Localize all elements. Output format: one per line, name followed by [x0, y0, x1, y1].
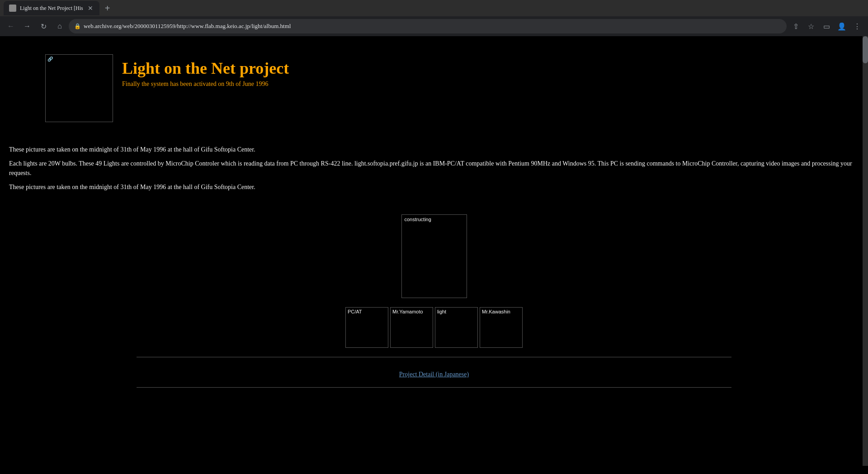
- bookmark-button[interactable]: ☆: [804, 19, 818, 33]
- description-paragraph-2: Each lights are 20W bulbs. These 49 Ligh…: [9, 159, 859, 178]
- footer-link[interactable]: Project Detail (in Japanese): [399, 371, 469, 378]
- thumbnail-2[interactable]: light: [435, 307, 478, 348]
- thumbnail-alt-1: Mr.Yamamoto: [392, 309, 423, 314]
- share-button[interactable]: ⇧: [788, 19, 803, 33]
- thumbnail-row: PC/AT Mr.Yamamoto light Mr.Kawashin: [9, 307, 859, 348]
- page-main-title: Light on the Net project: [122, 59, 289, 78]
- description-section: These pictures are taken on the midnight…: [9, 140, 859, 205]
- thumbnail-1[interactable]: Mr.Yamamoto: [390, 307, 433, 348]
- menu-button[interactable]: ⋮: [850, 19, 864, 33]
- address-bar[interactable]: 🔒 web.archive.org/web/20000301125959/htt…: [69, 19, 787, 33]
- footer-link-section: Project Detail (in Japanese): [9, 366, 859, 383]
- main-image-alt: constructing: [405, 217, 431, 222]
- footer-divider-bottom: [137, 387, 731, 388]
- thumbnail-0[interactable]: PC/AT: [345, 307, 388, 348]
- lock-icon: 🔒: [74, 23, 81, 30]
- browser-viewport: 🔗 Light on the Net project Finally the s…: [0, 36, 868, 466]
- reload-button[interactable]: ↻: [36, 19, 51, 33]
- header-text: Light on the Net project Finally the sys…: [113, 54, 289, 88]
- thumbnail-alt-2: light: [437, 309, 446, 314]
- header-section: 🔗 Light on the Net project Finally the s…: [9, 45, 859, 140]
- scrollbar[interactable]: [863, 36, 868, 466]
- broken-image-icon: 🔗: [47, 57, 53, 62]
- tab-title: Light on the Net Project [His: [20, 5, 83, 12]
- active-tab[interactable]: Light on the Net Project [His ✕: [4, 1, 99, 15]
- footer-divider-top: [137, 357, 731, 357]
- tab-favicon: [9, 5, 16, 12]
- thumbnail-3[interactable]: Mr.Kawashin: [480, 307, 523, 348]
- description-paragraph-3: These pictures are taken on the midnight…: [9, 182, 859, 192]
- main-image-section: constructing: [9, 214, 859, 298]
- back-button[interactable]: ←: [4, 19, 18, 33]
- home-button[interactable]: ⌂: [52, 19, 67, 33]
- new-tab-button[interactable]: +: [101, 3, 114, 14]
- page-content: 🔗 Light on the Net project Finally the s…: [0, 36, 868, 466]
- address-text: web.archive.org/web/20000301125959/http:…: [84, 23, 291, 30]
- tab-bar: Light on the Net Project [His ✕ +: [0, 0, 868, 16]
- main-image-box: constructing: [401, 214, 467, 298]
- header-image: 🔗: [45, 54, 113, 122]
- profile-button[interactable]: 👤: [835, 19, 849, 33]
- browser-toolbar: ← → ↻ ⌂ 🔒 web.archive.org/web/2000030112…: [0, 16, 868, 36]
- cast-button[interactable]: ▭: [819, 19, 834, 33]
- browser-chrome: Light on the Net Project [His ✕ + ← → ↻ …: [0, 0, 868, 36]
- tab-close-button[interactable]: ✕: [87, 5, 94, 12]
- forward-button[interactable]: →: [20, 19, 34, 33]
- scrollbar-thumb[interactable]: [863, 36, 868, 63]
- toolbar-actions: ⇧ ☆ ▭ 👤 ⋮: [788, 19, 864, 33]
- thumbnail-alt-3: Mr.Kawashin: [482, 309, 510, 314]
- page-subtitle: Finally the system has been activated on…: [122, 81, 289, 88]
- thumbnail-alt-0: PC/AT: [348, 309, 362, 314]
- description-paragraph-1: These pictures are taken on the midnight…: [9, 145, 859, 154]
